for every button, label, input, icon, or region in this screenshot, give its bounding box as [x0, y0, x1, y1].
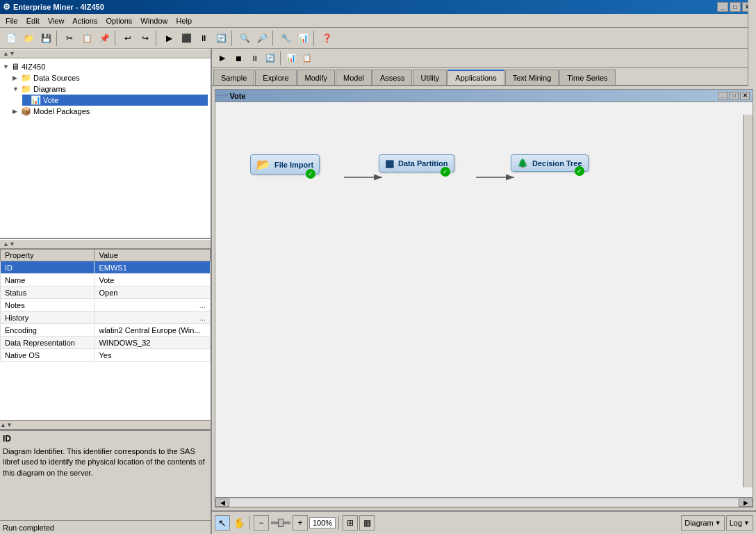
- fit-btn[interactable]: ⊞: [343, 515, 358, 531]
- toolbar-properties[interactable]: 🔧: [277, 30, 294, 47]
- file-import-check: ✓: [306, 169, 315, 179]
- notes-ellipsis[interactable]: ...: [199, 301, 206, 309]
- table-row[interactable]: Native OS Yes: [1, 349, 211, 362]
- diagram-hscrollbar[interactable]: ◀ ▶: [215, 497, 753, 507]
- tree-item-datasources[interactable]: ▶ 📁 Data Sources: [13, 72, 208, 83]
- tab-tool-refresh[interactable]: 🔄: [263, 51, 278, 66]
- log-dropdown-arrow: ▼: [743, 519, 750, 526]
- run-status-bar: Run completed: [0, 520, 211, 534]
- maximize-button[interactable]: □: [730, 2, 741, 12]
- minimize-button[interactable]: _: [717, 2, 728, 12]
- toolbar-undo[interactable]: ↩: [120, 30, 136, 47]
- menu-view[interactable]: View: [44, 15, 69, 26]
- file-import-icon: 📂: [256, 158, 270, 171]
- tab-timeseries[interactable]: Time Series: [559, 70, 615, 85]
- menu-edit[interactable]: Edit: [22, 15, 44, 26]
- table-row[interactable]: History ...: [1, 312, 211, 324]
- toolbar-copy[interactable]: 📋: [79, 30, 95, 47]
- table-row[interactable]: Encoding wlatin2 Central Europe (Win...: [1, 324, 211, 337]
- menu-bar: File Edit View Actions Options Window He…: [0, 14, 756, 28]
- toolbar-help[interactable]: ❓: [318, 30, 335, 47]
- tab-tool-pause[interactable]: ⏸: [247, 51, 262, 66]
- toolbar-open[interactable]: 📁: [20, 30, 37, 47]
- zoom-slider-track[interactable]: [270, 516, 291, 530]
- diag-maximize-btn[interactable]: □: [729, 92, 739, 100]
- diagram-title-bar: · · · Vote _ □ ✕: [215, 90, 753, 102]
- handle-icon: ▲▼: [3, 50, 15, 57]
- title-bar: ⚙ Enterprise Miner - 4IZ450 _ □ ✕: [0, 0, 756, 14]
- table-row[interactable]: Notes ...: [1, 299, 211, 312]
- history-ellipsis[interactable]: ...: [199, 314, 206, 322]
- zoom-out-btn[interactable]: −: [254, 515, 269, 531]
- tab-modify[interactable]: Modify: [297, 70, 335, 85]
- toolbar-refresh[interactable]: 🔄: [213, 30, 229, 47]
- node-data-partition[interactable]: ▦ Data Partition ✓: [379, 154, 454, 172]
- tab-assess[interactable]: Assess: [372, 70, 412, 85]
- zoom-slider-thumb[interactable]: [278, 519, 284, 527]
- tab-tool-properties[interactable]: 📋: [299, 51, 315, 66]
- pan-mode-btn[interactable]: ✋: [231, 515, 247, 531]
- title-dots: · · ·: [218, 92, 227, 99]
- table-row[interactable]: Name Vote: [1, 274, 211, 286]
- menu-actions[interactable]: Actions: [68, 15, 101, 26]
- table-row[interactable]: ID EMWS1: [1, 261, 211, 274]
- diagram-dropdown[interactable]: Diagram ▼: [681, 515, 725, 531]
- select-mode-btn[interactable]: ↖: [215, 515, 230, 531]
- scroll-left-btn[interactable]: ◀: [215, 499, 229, 507]
- table-row[interactable]: Status Open: [1, 286, 211, 299]
- tab-explore[interactable]: Explore: [255, 70, 296, 85]
- toolbar-results[interactable]: 📊: [295, 30, 311, 47]
- grid-btn[interactable]: ▦: [359, 515, 375, 531]
- menu-file[interactable]: File: [1, 15, 22, 26]
- toolbar-stop[interactable]: ⬛: [178, 30, 195, 47]
- tree-label-modpkg: Model Packages: [33, 107, 90, 115]
- diag-minimize-btn[interactable]: _: [718, 92, 728, 100]
- diagram-vscrollbar[interactable]: [743, 115, 753, 487]
- diag-close-btn[interactable]: ✕: [740, 92, 750, 100]
- menu-options[interactable]: Options: [101, 15, 136, 26]
- node-decision-tree[interactable]: 🌲 Decision Tree ✓: [511, 154, 589, 172]
- tab-tool-run[interactable]: ▶: [215, 51, 230, 66]
- prop-value: Vote: [94, 274, 211, 286]
- tab-utility[interactable]: Utility: [413, 70, 447, 85]
- toolbar-zoom-out[interactable]: 🔎: [254, 30, 270, 47]
- toolbar-new[interactable]: 📄: [3, 30, 19, 47]
- prop-header-property: Property: [1, 250, 94, 261]
- diagram-dropdown-label: Diagram: [684, 519, 714, 527]
- tab-textmining[interactable]: Text Mining: [505, 70, 559, 85]
- tab-applications[interactable]: Applications: [447, 70, 504, 85]
- tree-label-root: 4IZ450: [22, 63, 45, 71]
- node-file-import[interactable]: 📂 File Import ✓: [250, 154, 320, 175]
- expand-icon: ▼: [3, 63, 10, 70]
- table-row[interactable]: Data Representation WINDOWS_32: [1, 337, 211, 349]
- tab-tool-stop[interactable]: ⏹: [231, 51, 246, 66]
- toolbar-save[interactable]: 💾: [38, 30, 54, 47]
- tab-tool-results[interactable]: 📊: [284, 51, 299, 66]
- tab-sample[interactable]: Sample: [213, 70, 254, 85]
- toolbar-paste[interactable]: 📌: [96, 30, 113, 47]
- menu-help[interactable]: Help: [172, 15, 196, 26]
- data-partition-label: Data Partition: [398, 159, 448, 168]
- menu-window[interactable]: Window: [136, 15, 172, 26]
- property-panel: Property Value ID EMWS1 Name Vote Status: [0, 249, 211, 420]
- toolbar-redo[interactable]: ↪: [137, 30, 154, 47]
- tab-model[interactable]: Model: [336, 70, 372, 85]
- tree-item-modelpkg[interactable]: ▶ 📦 Model Packages: [13, 106, 208, 117]
- toolbar-pause[interactable]: ⏸: [195, 30, 212, 47]
- scroll-right-btn[interactable]: ▶: [739, 499, 753, 507]
- toolbar-run[interactable]: ▶: [161, 30, 177, 47]
- tree-item-diagrams[interactable]: ▼ 📁 Diagrams: [13, 83, 208, 95]
- prop-name: Notes: [1, 299, 94, 312]
- handle-icon-3: ▲▼: [0, 421, 13, 428]
- main-layout: ▲▼ ▼ 🖥 4IZ450 ▶ 📁 Data Sources ▼ 📁 Diagr…: [0, 49, 756, 534]
- property-handle: ▲▼: [0, 239, 211, 249]
- sep: [280, 51, 281, 65]
- scroll-track-h[interactable]: [230, 499, 738, 506]
- diagram-canvas[interactable]: 📂 File Import ✓ ▦ Data Partition ✓: [215, 102, 753, 497]
- log-dropdown[interactable]: Log ▼: [726, 515, 753, 531]
- tree-item-vote[interactable]: 📊 Vote: [22, 95, 208, 106]
- tree-item-root[interactable]: ▼ 🖥 4IZ450: [3, 61, 208, 72]
- toolbar-cut[interactable]: ✂: [61, 30, 78, 47]
- toolbar-zoom-in[interactable]: 🔍: [236, 30, 253, 47]
- zoom-in-btn[interactable]: +: [293, 515, 308, 531]
